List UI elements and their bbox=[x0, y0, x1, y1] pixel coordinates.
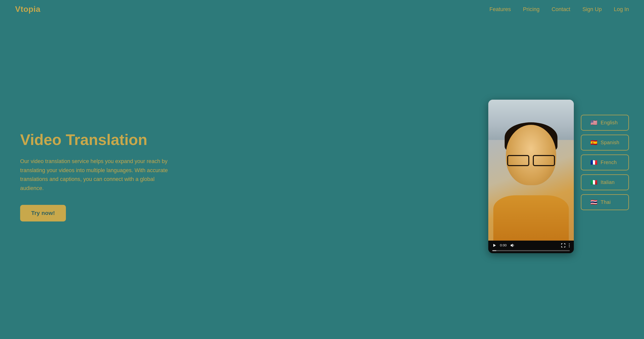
french-label: French bbox=[601, 160, 617, 165]
svg-point-2 bbox=[569, 243, 570, 244]
thai-flag-icon: 🇹🇭 bbox=[590, 199, 597, 206]
svg-point-3 bbox=[569, 245, 570, 246]
video-time: 0:00 bbox=[500, 243, 506, 247]
svg-marker-1 bbox=[511, 244, 513, 247]
hero-section: Video Translation Our video translation … bbox=[0, 18, 644, 339]
hero-title: Video Translation bbox=[20, 131, 171, 149]
video-progress-fill bbox=[492, 250, 496, 251]
language-thai[interactable]: 🇹🇭 Thai bbox=[581, 194, 629, 210]
video-progress-container[interactable] bbox=[488, 250, 574, 253]
try-now-button[interactable]: Try now! bbox=[20, 205, 66, 221]
video-controls-bar: 0:00 bbox=[488, 241, 574, 250]
play-button[interactable] bbox=[492, 243, 496, 247]
nav-features[interactable]: Features bbox=[489, 6, 511, 13]
nav-signup[interactable]: Sign Up bbox=[582, 6, 602, 13]
french-flag-icon: 🇫🇷 bbox=[590, 159, 597, 166]
video-thumbnail bbox=[488, 100, 574, 241]
nav-pricing[interactable]: Pricing bbox=[523, 6, 540, 13]
video-progress-bar[interactable] bbox=[492, 250, 570, 251]
hero-description: Our video translation service helps you … bbox=[20, 157, 171, 193]
english-flag-icon: 🇺🇸 bbox=[590, 119, 597, 126]
spanish-label: Spanish bbox=[601, 140, 619, 145]
hero-right: 0:00 bbox=[171, 100, 629, 253]
italian-label: Italian bbox=[601, 179, 615, 185]
fullscreen-button[interactable] bbox=[561, 243, 565, 247]
language-list: 🇺🇸 English 🇪🇸 Spanish 🇫🇷 French 🇮🇹 Itali… bbox=[581, 100, 629, 210]
volume-button[interactable] bbox=[510, 243, 515, 248]
english-label: English bbox=[601, 120, 618, 126]
svg-point-4 bbox=[569, 246, 570, 247]
nav-links: Features Pricing Contact Sign Up Log In bbox=[489, 6, 629, 13]
more-options-button[interactable] bbox=[569, 243, 570, 247]
navbar: Vtopia Features Pricing Contact Sign Up … bbox=[0, 0, 644, 18]
language-italian[interactable]: 🇮🇹 Italian bbox=[581, 174, 629, 190]
nav-login[interactable]: Log In bbox=[614, 6, 629, 13]
thai-label: Thai bbox=[601, 199, 611, 205]
spanish-flag-icon: 🇪🇸 bbox=[590, 139, 597, 146]
svg-marker-0 bbox=[493, 244, 496, 247]
nav-contact[interactable]: Contact bbox=[552, 6, 570, 13]
language-french[interactable]: 🇫🇷 French bbox=[581, 155, 629, 170]
italian-flag-icon: 🇮🇹 bbox=[590, 179, 597, 186]
language-spanish[interactable]: 🇪🇸 Spanish bbox=[581, 135, 629, 150]
hero-left: Video Translation Our video translation … bbox=[20, 131, 171, 221]
video-glasses bbox=[507, 155, 555, 165]
brand-logo[interactable]: Vtopia bbox=[15, 5, 41, 14]
video-shirt bbox=[493, 195, 569, 241]
language-english[interactable]: 🇺🇸 English bbox=[581, 115, 629, 131]
video-player: 0:00 bbox=[488, 100, 574, 253]
